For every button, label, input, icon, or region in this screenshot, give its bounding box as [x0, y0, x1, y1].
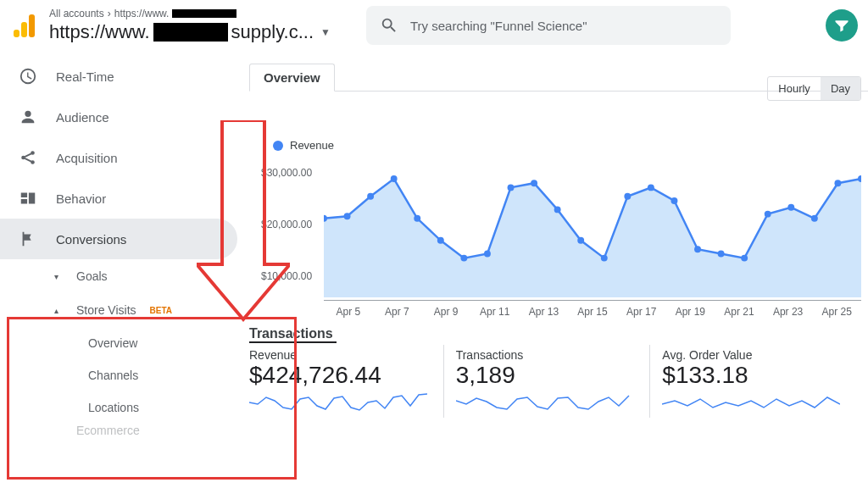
sidebar-item-label: Overview: [88, 336, 137, 350]
revenue-chart[interactable]: $30,000.00 $20,000.00 $10,000.00 Apr 5Ap…: [258, 157, 861, 318]
sidebar-sub-channels[interactable]: Channels: [0, 359, 244, 391]
sidebar-item-label: Goals: [76, 269, 108, 283]
xtick: Apr 17: [617, 306, 666, 318]
chart-svg: [324, 157, 861, 297]
metric-transactions[interactable]: Transactions 3,189: [456, 345, 651, 418]
main-content: Overview Hourly Day Revenue $30,000.00 $…: [244, 51, 868, 488]
flag-icon: [19, 230, 37, 248]
ytick: $30,000.00: [261, 167, 312, 179]
svg-point-6: [391, 175, 398, 182]
metric-label: Avg. Order Value: [662, 348, 846, 362]
toggle-day[interactable]: Day: [821, 77, 860, 100]
svg-point-23: [787, 204, 794, 211]
clock-icon: [19, 67, 37, 86]
sidebar-item-label: Acquisition: [56, 151, 118, 165]
sidebar-item-behavior[interactable]: Behavior: [0, 178, 237, 219]
sidebar-item-label: Conversions: [56, 232, 126, 247]
search-input[interactable]: Try searching "Funnel Science": [366, 6, 731, 45]
svg-point-8: [437, 237, 444, 244]
redacted-text: [153, 23, 228, 42]
svg-point-5: [367, 193, 374, 200]
xtick: Apr 23: [764, 306, 813, 318]
user-avatar[interactable]: [826, 9, 858, 42]
sidebar-item-label: Real-Time: [56, 69, 114, 84]
metrics-row: Revenue $424,726.44 Transactions 3,189 A…: [249, 345, 868, 418]
caret-down-icon: ▾: [54, 272, 64, 281]
time-granularity-toggle: Hourly Day: [767, 76, 861, 101]
sparkline: [249, 389, 427, 414]
sidebar-sub-locations[interactable]: Locations: [0, 391, 244, 424]
sidebar-item-label: Locations: [88, 401, 139, 414]
ytick: $20,000.00: [261, 219, 312, 230]
redacted-text: [172, 9, 236, 18]
chart-legend: Revenue: [273, 139, 868, 152]
ytick: $10,000.00: [261, 270, 312, 282]
svg-point-22: [765, 211, 771, 218]
sidebar-item-conversions[interactable]: Conversions: [0, 219, 237, 259]
account-title[interactable]: https://www. supply.c... ▼: [49, 21, 346, 43]
metric-revenue[interactable]: Revenue $424,726.44: [249, 345, 444, 418]
tab-overview[interactable]: Overview: [249, 64, 335, 92]
svg-point-17: [648, 184, 654, 191]
account-suffix: supply.c...: [231, 21, 314, 43]
filter-icon: [833, 17, 850, 34]
sidebar-item-label: Store Visits: [76, 303, 136, 317]
svg-point-12: [531, 180, 537, 186]
xtick: Apr 13: [520, 306, 569, 318]
xtick: Apr 9: [421, 306, 470, 318]
breadcrumb-domain-prefix: https://www.: [114, 8, 170, 19]
legend-label: Revenue: [290, 139, 334, 152]
sidebar-sub-store-visits[interactable]: ▴ Store Visits BETA: [0, 293, 244, 327]
xaxis-labels: Apr 5Apr 7Apr 9Apr 11Apr 13Apr 15Apr 17A…: [324, 306, 861, 318]
breadcrumb-sep: ›: [108, 8, 111, 19]
toggle-label: Hourly: [778, 82, 810, 95]
sidebar-item-label: Channels: [88, 369, 138, 382]
account-selector[interactable]: All accounts › https://www. https://www.…: [49, 8, 346, 43]
sidebar-sub-overview[interactable]: Overview: [0, 327, 244, 359]
xtick: Apr 21: [715, 306, 764, 318]
search-placeholder: Try searching "Funnel Science": [410, 19, 587, 33]
svg-point-15: [601, 255, 608, 262]
svg-point-14: [577, 237, 584, 244]
breadcrumb-prefix: All accounts: [49, 8, 104, 19]
sidebar-sub-goals[interactable]: ▾ Goals: [0, 259, 244, 293]
sparkline: [662, 389, 840, 414]
svg-point-24: [811, 215, 818, 222]
header: All accounts › https://www. https://www.…: [0, 0, 868, 51]
sidebar-item-label: Ecommerce: [76, 424, 140, 437]
toggle-hourly[interactable]: Hourly: [768, 77, 821, 100]
svg-point-25: [834, 180, 841, 186]
sparkline: [456, 389, 634, 414]
sidebar-item-label: Audience: [56, 110, 109, 125]
legend-dot-icon: [273, 141, 283, 151]
metric-avg-order[interactable]: Avg. Order Value $133.18: [662, 345, 856, 418]
xtick: Apr 7: [373, 306, 422, 318]
sidebar-sub-ecommerce[interactable]: Ecommerce: [0, 424, 244, 437]
share-icon: [19, 148, 37, 167]
sidebar-item-label: Behavior: [56, 191, 106, 206]
tab-label: Overview: [264, 70, 320, 85]
metric-value: $133.18: [662, 362, 846, 389]
sidebar-item-acquisition[interactable]: Acquisition: [0, 137, 237, 178]
svg-point-7: [414, 215, 420, 222]
xtick: Apr 15: [568, 306, 617, 318]
sidebar-item-audience[interactable]: Audience: [0, 97, 237, 137]
xtick: Apr 25: [812, 306, 861, 318]
svg-point-21: [741, 255, 748, 262]
svg-point-10: [484, 250, 491, 257]
svg-point-20: [718, 250, 725, 257]
svg-point-11: [508, 184, 515, 191]
dashboard-icon: [19, 189, 37, 208]
caret-up-icon: ▴: [54, 306, 64, 315]
account-prefix: https://www.: [49, 21, 150, 43]
metric-label: Transactions: [456, 348, 640, 362]
sidebar: Real-Time Audience Acquisition Behavior …: [0, 51, 244, 488]
svg-point-13: [554, 206, 561, 213]
sidebar-item-realtime[interactable]: Real-Time: [0, 56, 237, 97]
xtick: Apr 19: [665, 306, 715, 318]
svg-point-16: [624, 193, 631, 200]
analytics-logo: [14, 14, 37, 37]
chevron-down-icon: ▼: [320, 26, 331, 38]
toggle-label: Day: [831, 82, 850, 95]
beta-badge: BETA: [150, 306, 172, 315]
